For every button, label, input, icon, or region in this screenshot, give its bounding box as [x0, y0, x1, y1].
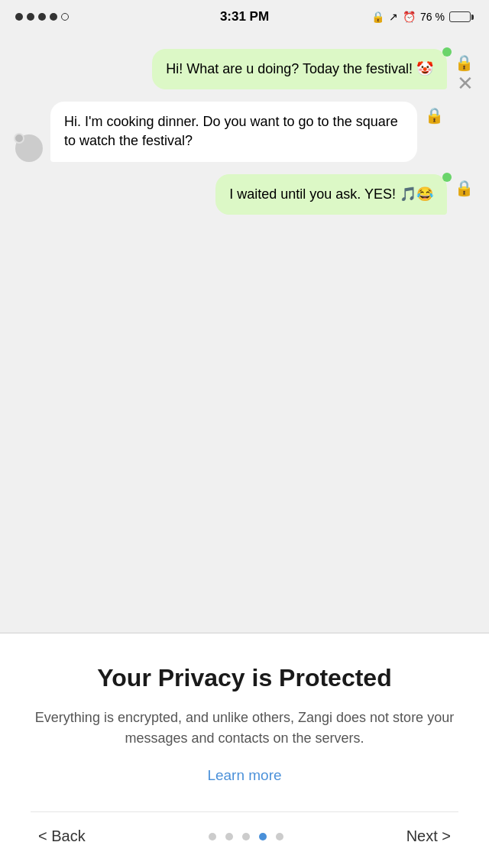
chat-area: ✕ 🔒 Hi! What are u doing? Today the fest… [0, 34, 489, 633]
message-text-2: Hi. I'm cooking dinner. Do you want to g… [64, 114, 398, 148]
nav-row: < Back Next > [31, 811, 458, 868]
received-lock-icon-2: 🔒 [425, 106, 444, 125]
status-time: 3:31 PM [220, 9, 269, 24]
lock-status-icon: 🔒 [371, 11, 384, 23]
message-row: Hi. I'm cooking dinner. Do you want to g… [15, 102, 474, 161]
close-button[interactable]: ✕ [457, 72, 474, 96]
location-icon: ↗ [389, 11, 398, 23]
signal-dot-5 [61, 13, 69, 21]
dot-4-active [259, 833, 267, 840]
signal-dot-1 [15, 13, 23, 21]
back-button[interactable]: < Back [38, 828, 86, 845]
battery-percent: 76 % [420, 11, 445, 23]
privacy-title: Your Privacy is Protected [97, 664, 391, 692]
privacy-description: Everything is encrypted, and unlike othe… [31, 708, 458, 749]
dot-2 [225, 833, 233, 840]
avatar-circle [15, 134, 43, 162]
dot-5 [276, 833, 283, 840]
dot-1 [209, 833, 216, 840]
signal-dot-3 [38, 13, 46, 21]
message-row: 🔒 Hi! What are u doing? Today the festiv… [15, 49, 474, 89]
online-dot-1 [442, 47, 452, 57]
message-row: 🔒 I waited until you ask. YES! 🎵😂 [15, 174, 474, 215]
signal-strength [15, 13, 69, 21]
battery-icon [449, 11, 474, 22]
alarm-icon: ⏰ [403, 11, 416, 23]
message-bubble-received-2: Hi. I'm cooking dinner. Do you want to g… [50, 102, 417, 161]
dot-3 [242, 833, 250, 840]
message-text-3: I waited until you ask. YES! 🎵😂 [229, 186, 433, 202]
status-right: 🔒 ↗ ⏰ 76 % [371, 11, 474, 23]
sent-lock-icon-1: 🔒 [455, 53, 474, 72]
message-bubble-sent-3: I waited until you ask. YES! 🎵😂 [215, 174, 447, 215]
message-text-1: Hi! What are u doing? Today the festival… [166, 61, 433, 76]
next-button[interactable]: Next > [406, 828, 451, 845]
sent-lock-icon-3: 🔒 [455, 179, 474, 197]
learn-more-link[interactable]: Learn more [207, 767, 281, 784]
online-dot-3 [442, 173, 452, 182]
bottom-section: Your Privacy is Protected Everything is … [0, 633, 489, 868]
signal-dot-2 [27, 13, 34, 21]
status-bar: 3:31 PM 🔒 ↗ ⏰ 76 % [0, 0, 489, 34]
message-bubble-sent-1: Hi! What are u doing? Today the festival… [152, 49, 447, 89]
pagination-dots [209, 833, 283, 840]
signal-dot-4 [50, 13, 57, 21]
